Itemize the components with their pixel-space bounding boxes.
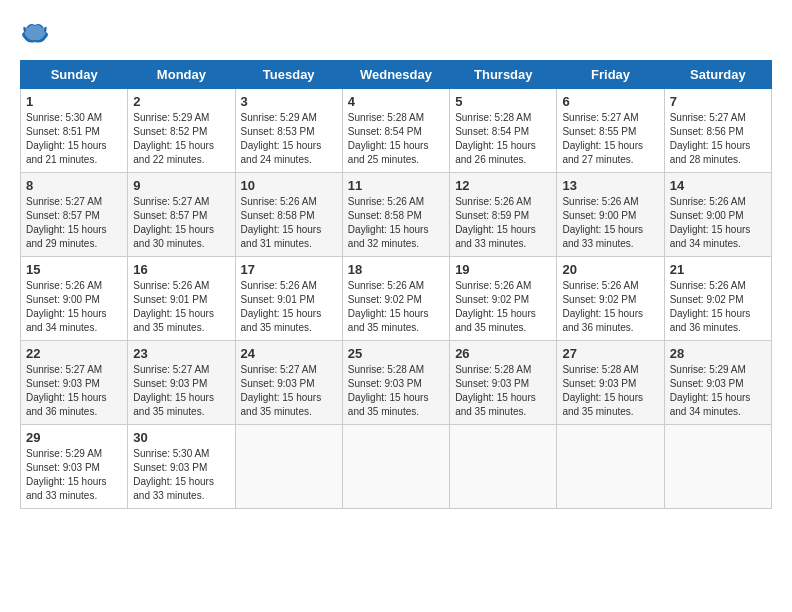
day-info: Sunrise: 5:26 AM Sunset: 9:00 PM Dayligh… <box>670 195 766 251</box>
calendar-day-cell: 22 Sunrise: 5:27 AM Sunset: 9:03 PM Dayl… <box>21 341 128 425</box>
header-thursday: Thursday <box>450 61 557 89</box>
calendar-day-cell: 27 Sunrise: 5:28 AM Sunset: 9:03 PM Dayl… <box>557 341 664 425</box>
header-sunday: Sunday <box>21 61 128 89</box>
day-info: Sunrise: 5:28 AM Sunset: 8:54 PM Dayligh… <box>455 111 551 167</box>
day-info: Sunrise: 5:29 AM Sunset: 8:52 PM Dayligh… <box>133 111 229 167</box>
calendar-day-cell: 3 Sunrise: 5:29 AM Sunset: 8:53 PM Dayli… <box>235 89 342 173</box>
day-info: Sunrise: 5:27 AM Sunset: 8:57 PM Dayligh… <box>133 195 229 251</box>
day-info: Sunrise: 5:26 AM Sunset: 9:02 PM Dayligh… <box>455 279 551 335</box>
calendar-day-cell: 29 Sunrise: 5:29 AM Sunset: 9:03 PM Dayl… <box>21 425 128 509</box>
day-info: Sunrise: 5:29 AM Sunset: 8:53 PM Dayligh… <box>241 111 337 167</box>
calendar-day-cell: 16 Sunrise: 5:26 AM Sunset: 9:01 PM Dayl… <box>128 257 235 341</box>
day-number: 1 <box>26 94 122 109</box>
day-info: Sunrise: 5:27 AM Sunset: 8:56 PM Dayligh… <box>670 111 766 167</box>
header-wednesday: Wednesday <box>342 61 449 89</box>
calendar-day-cell: 21 Sunrise: 5:26 AM Sunset: 9:02 PM Dayl… <box>664 257 771 341</box>
logo-icon <box>20 20 50 50</box>
calendar-week-row: 22 Sunrise: 5:27 AM Sunset: 9:03 PM Dayl… <box>21 341 772 425</box>
day-info: Sunrise: 5:26 AM Sunset: 9:02 PM Dayligh… <box>562 279 658 335</box>
calendar-day-cell: 10 Sunrise: 5:26 AM Sunset: 8:58 PM Dayl… <box>235 173 342 257</box>
logo-inner <box>20 20 54 50</box>
calendar-day-cell: 26 Sunrise: 5:28 AM Sunset: 9:03 PM Dayl… <box>450 341 557 425</box>
day-info: Sunrise: 5:26 AM Sunset: 8:59 PM Dayligh… <box>455 195 551 251</box>
day-number: 24 <box>241 346 337 361</box>
logo <box>20 20 54 50</box>
day-number: 29 <box>26 430 122 445</box>
calendar-day-cell: 23 Sunrise: 5:27 AM Sunset: 9:03 PM Dayl… <box>128 341 235 425</box>
day-info: Sunrise: 5:27 AM Sunset: 9:03 PM Dayligh… <box>26 363 122 419</box>
calendar-day-cell: 13 Sunrise: 5:26 AM Sunset: 9:00 PM Dayl… <box>557 173 664 257</box>
day-number: 28 <box>670 346 766 361</box>
calendar-day-cell: 30 Sunrise: 5:30 AM Sunset: 9:03 PM Dayl… <box>128 425 235 509</box>
day-number: 21 <box>670 262 766 277</box>
day-info: Sunrise: 5:28 AM Sunset: 9:03 PM Dayligh… <box>348 363 444 419</box>
day-info: Sunrise: 5:29 AM Sunset: 9:03 PM Dayligh… <box>26 447 122 503</box>
day-number: 23 <box>133 346 229 361</box>
calendar-day-cell: 25 Sunrise: 5:28 AM Sunset: 9:03 PM Dayl… <box>342 341 449 425</box>
calendar-day-cell: 19 Sunrise: 5:26 AM Sunset: 9:02 PM Dayl… <box>450 257 557 341</box>
empty-cell <box>235 425 342 509</box>
day-number: 10 <box>241 178 337 193</box>
day-number: 25 <box>348 346 444 361</box>
day-info: Sunrise: 5:27 AM Sunset: 9:03 PM Dayligh… <box>133 363 229 419</box>
day-number: 7 <box>670 94 766 109</box>
weekday-header-row: Sunday Monday Tuesday Wednesday Thursday… <box>21 61 772 89</box>
calendar-day-cell: 8 Sunrise: 5:27 AM Sunset: 8:57 PM Dayli… <box>21 173 128 257</box>
day-number: 13 <box>562 178 658 193</box>
header-friday: Friday <box>557 61 664 89</box>
calendar-day-cell: 9 Sunrise: 5:27 AM Sunset: 8:57 PM Dayli… <box>128 173 235 257</box>
empty-cell <box>450 425 557 509</box>
day-number: 19 <box>455 262 551 277</box>
day-info: Sunrise: 5:30 AM Sunset: 9:03 PM Dayligh… <box>133 447 229 503</box>
header <box>20 20 772 50</box>
calendar-week-row: 15 Sunrise: 5:26 AM Sunset: 9:00 PM Dayl… <box>21 257 772 341</box>
calendar-day-cell: 24 Sunrise: 5:27 AM Sunset: 9:03 PM Dayl… <box>235 341 342 425</box>
day-number: 2 <box>133 94 229 109</box>
day-number: 30 <box>133 430 229 445</box>
day-number: 16 <box>133 262 229 277</box>
calendar-day-cell: 12 Sunrise: 5:26 AM Sunset: 8:59 PM Dayl… <box>450 173 557 257</box>
day-number: 14 <box>670 178 766 193</box>
calendar-day-cell: 17 Sunrise: 5:26 AM Sunset: 9:01 PM Dayl… <box>235 257 342 341</box>
day-number: 5 <box>455 94 551 109</box>
calendar-day-cell: 20 Sunrise: 5:26 AM Sunset: 9:02 PM Dayl… <box>557 257 664 341</box>
day-number: 12 <box>455 178 551 193</box>
calendar-day-cell: 1 Sunrise: 5:30 AM Sunset: 8:51 PM Dayli… <box>21 89 128 173</box>
day-number: 15 <box>26 262 122 277</box>
calendar-week-row: 29 Sunrise: 5:29 AM Sunset: 9:03 PM Dayl… <box>21 425 772 509</box>
day-info: Sunrise: 5:30 AM Sunset: 8:51 PM Dayligh… <box>26 111 122 167</box>
calendar-day-cell: 2 Sunrise: 5:29 AM Sunset: 8:52 PM Dayli… <box>128 89 235 173</box>
calendar-day-cell: 11 Sunrise: 5:26 AM Sunset: 8:58 PM Dayl… <box>342 173 449 257</box>
day-info: Sunrise: 5:26 AM Sunset: 9:02 PM Dayligh… <box>670 279 766 335</box>
calendar-day-cell: 7 Sunrise: 5:27 AM Sunset: 8:56 PM Dayli… <box>664 89 771 173</box>
day-info: Sunrise: 5:26 AM Sunset: 9:01 PM Dayligh… <box>241 279 337 335</box>
day-info: Sunrise: 5:27 AM Sunset: 9:03 PM Dayligh… <box>241 363 337 419</box>
day-info: Sunrise: 5:28 AM Sunset: 8:54 PM Dayligh… <box>348 111 444 167</box>
day-number: 11 <box>348 178 444 193</box>
day-info: Sunrise: 5:29 AM Sunset: 9:03 PM Dayligh… <box>670 363 766 419</box>
day-info: Sunrise: 5:27 AM Sunset: 8:55 PM Dayligh… <box>562 111 658 167</box>
calendar-day-cell: 14 Sunrise: 5:26 AM Sunset: 9:00 PM Dayl… <box>664 173 771 257</box>
empty-cell <box>557 425 664 509</box>
day-info: Sunrise: 5:26 AM Sunset: 9:02 PM Dayligh… <box>348 279 444 335</box>
day-info: Sunrise: 5:26 AM Sunset: 8:58 PM Dayligh… <box>348 195 444 251</box>
day-number: 3 <box>241 94 337 109</box>
empty-cell <box>664 425 771 509</box>
day-info: Sunrise: 5:26 AM Sunset: 9:01 PM Dayligh… <box>133 279 229 335</box>
day-info: Sunrise: 5:27 AM Sunset: 8:57 PM Dayligh… <box>26 195 122 251</box>
header-monday: Monday <box>128 61 235 89</box>
calendar-week-row: 1 Sunrise: 5:30 AM Sunset: 8:51 PM Dayli… <box>21 89 772 173</box>
calendar-day-cell: 18 Sunrise: 5:26 AM Sunset: 9:02 PM Dayl… <box>342 257 449 341</box>
day-number: 22 <box>26 346 122 361</box>
day-number: 6 <box>562 94 658 109</box>
calendar-day-cell: 4 Sunrise: 5:28 AM Sunset: 8:54 PM Dayli… <box>342 89 449 173</box>
calendar-day-cell: 28 Sunrise: 5:29 AM Sunset: 9:03 PM Dayl… <box>664 341 771 425</box>
day-info: Sunrise: 5:28 AM Sunset: 9:03 PM Dayligh… <box>455 363 551 419</box>
calendar-day-cell: 6 Sunrise: 5:27 AM Sunset: 8:55 PM Dayli… <box>557 89 664 173</box>
calendar-day-cell: 15 Sunrise: 5:26 AM Sunset: 9:00 PM Dayl… <box>21 257 128 341</box>
day-info: Sunrise: 5:28 AM Sunset: 9:03 PM Dayligh… <box>562 363 658 419</box>
day-info: Sunrise: 5:26 AM Sunset: 9:00 PM Dayligh… <box>562 195 658 251</box>
day-number: 17 <box>241 262 337 277</box>
day-number: 26 <box>455 346 551 361</box>
day-number: 27 <box>562 346 658 361</box>
